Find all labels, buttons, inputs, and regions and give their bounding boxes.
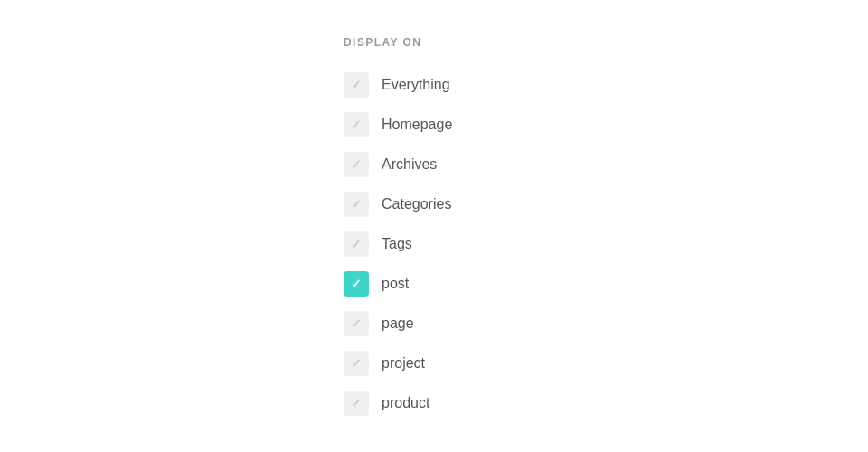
checkbox-item-homepage[interactable]: ✓Homepage — [344, 105, 452, 145]
checkbox-item-page[interactable]: ✓page — [344, 304, 452, 344]
checkmark-product: ✓ — [351, 397, 362, 410]
checkbox-box-page: ✓ — [344, 311, 369, 336]
checkmark-homepage: ✓ — [351, 118, 362, 131]
checkmark-tags: ✓ — [351, 238, 362, 250]
checkbox-label-homepage: Homepage — [382, 117, 452, 133]
checkbox-box-project: ✓ — [344, 351, 369, 376]
display-on-panel: DISPLAY ON ✓Everything✓Homepage✓Archives… — [344, 36, 524, 423]
checkmark-archives: ✓ — [351, 158, 362, 171]
checkbox-box-everything: ✓ — [344, 72, 369, 98]
checkbox-item-categories[interactable]: ✓Categories — [344, 184, 452, 224]
checkbox-box-tags: ✓ — [344, 231, 369, 257]
checkbox-box-archives: ✓ — [344, 152, 369, 177]
section-title: DISPLAY ON — [344, 36, 421, 49]
checkbox-label-everything: Everything — [382, 77, 450, 93]
checkbox-label-page: page — [382, 315, 414, 332]
checkbox-item-everything[interactable]: ✓Everything — [344, 65, 452, 105]
checkbox-label-project: project — [382, 355, 425, 372]
checkbox-label-categories: Categories — [382, 196, 451, 212]
checkbox-label-tags: Tags — [382, 236, 412, 252]
checkmark-everything: ✓ — [351, 79, 362, 91]
checkbox-label-post: post — [382, 276, 409, 292]
checkbox-label-archives: Archives — [382, 156, 437, 173]
checkbox-item-project[interactable]: ✓project — [344, 344, 452, 383]
checkbox-item-tags[interactable]: ✓Tags — [344, 224, 452, 264]
checkbox-box-product: ✓ — [344, 391, 369, 416]
checkbox-item-archives[interactable]: ✓Archives — [344, 145, 452, 184]
checkmark-page: ✓ — [351, 317, 362, 330]
checkbox-box-homepage: ✓ — [344, 112, 369, 137]
checkbox-box-post: ✓ — [344, 271, 369, 297]
checkmark-post: ✓ — [351, 278, 362, 290]
checkbox-item-post[interactable]: ✓post — [344, 264, 452, 304]
checkmark-project: ✓ — [351, 357, 362, 370]
checkbox-list: ✓Everything✓Homepage✓Archives✓Categories… — [344, 65, 452, 423]
checkbox-item-product[interactable]: ✓product — [344, 383, 452, 423]
checkbox-label-product: product — [382, 395, 429, 411]
checkmark-categories: ✓ — [351, 198, 362, 211]
checkbox-box-categories: ✓ — [344, 192, 369, 217]
